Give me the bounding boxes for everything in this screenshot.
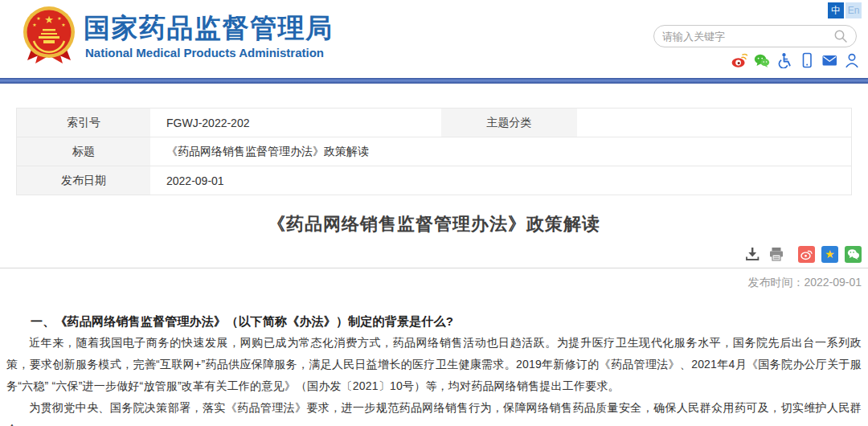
share-favorite-icon[interactable]: ★ — [821, 246, 838, 263]
print-icon[interactable] — [768, 245, 785, 263]
search-box — [653, 25, 857, 47]
article-body: 一、《药品网络销售监督管理办法》（以下简称《办法》）制定的背景是什么? 近年来，… — [6, 310, 862, 426]
search-icon[interactable] — [833, 29, 848, 43]
svg-text:★: ★ — [61, 23, 65, 27]
accessibility-icon[interactable] — [776, 52, 792, 68]
mobile-icon[interactable] — [799, 52, 815, 68]
meta-index-label: 索引号 — [17, 109, 150, 137]
section-heading: 一、《药品网络销售监督管理办法》（以下简称《办法》）制定的背景是什么? — [6, 310, 862, 332]
header-divider-bar — [0, 78, 868, 84]
wechat-icon[interactable] — [754, 52, 770, 68]
national-emblem-logo: ★ ★ ★ ★ ★ — [23, 6, 76, 65]
lang-english-button[interactable]: En — [845, 2, 862, 18]
page: ★ ★ ★ ★ ★ 国家药品监督管理局 National Medical Pro… — [0, 0, 868, 426]
meta-category-value — [577, 109, 851, 137]
article-title: 《药品网络销售监督管理办法》政策解读 — [0, 212, 868, 236]
org-name-english: National Medical Products Administration — [85, 46, 324, 59]
site-header: ★ ★ ★ ★ ★ 国家药品监督管理局 National Medical Pro… — [0, 0, 868, 78]
meta-category-label: 主题分类 — [441, 109, 577, 137]
share-weibo-icon[interactable] — [798, 246, 815, 263]
document-meta-table: 索引号 FGWJ-2022-202 主题分类 标题 《药品网络销售监督管理办法》… — [16, 108, 852, 195]
lang-chinese-button[interactable]: 中 — [828, 2, 844, 18]
paragraph: 近年来，随着我国电子商务的快速发展，网购已成为常态化消费方式，药品网络销售活动也… — [6, 332, 862, 397]
org-name-chinese: 国家药品监督管理局 — [84, 10, 334, 47]
search-input[interactable] — [662, 31, 833, 43]
meta-date-label: 发布日期 — [17, 166, 150, 195]
svg-text:★: ★ — [36, 16, 40, 21]
meta-index-value: FGWJ-2022-202 — [150, 109, 441, 137]
share-wechat-icon[interactable] — [845, 246, 862, 263]
article-toolbar: ★ — [0, 245, 868, 263]
weibo-icon[interactable] — [731, 52, 747, 68]
language-switcher: 中 En — [828, 2, 862, 18]
svg-text:★: ★ — [57, 16, 61, 21]
user-icon[interactable] — [844, 52, 860, 68]
svg-text:★: ★ — [32, 23, 36, 27]
meta-title-value: 《药品网络销售监督管理办法》政策解读 — [150, 137, 851, 166]
toolbar-divider — [0, 268, 868, 268]
publish-time: 发布时间：2022-09-01 — [0, 276, 868, 290]
download-icon[interactable] — [743, 245, 761, 263]
paragraph: 为贯彻党中央、国务院决策部署，落实《药品管理法》要求，进一步规范药品网络销售行为… — [6, 397, 862, 426]
publish-time-label: 发布时间： — [747, 276, 804, 289]
svg-text:★: ★ — [44, 14, 54, 26]
meta-title-label: 标题 — [17, 137, 150, 166]
publish-time-value: 2022-09-01 — [804, 276, 862, 289]
meta-date-value: 2022-09-01 — [150, 166, 851, 195]
mail-icon[interactable] — [821, 52, 837, 68]
social-icon-row — [731, 52, 860, 68]
